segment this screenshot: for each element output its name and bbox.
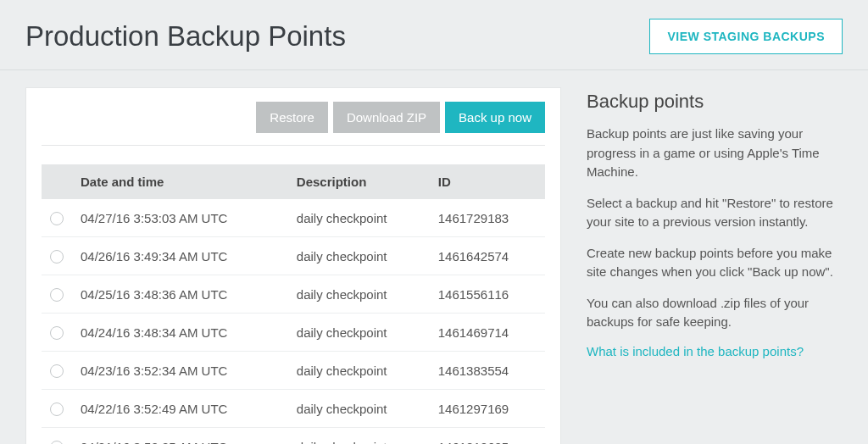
column-id: ID — [430, 164, 545, 199]
table-row[interactable]: 04/23/16 3:52:34 AM UTCdaily checkpoint1… — [42, 352, 545, 390]
view-staging-backups-button[interactable]: VIEW STAGING BACKUPS — [649, 19, 843, 54]
sidebar-text: Select a backup and hit "Restore" to res… — [587, 194, 843, 232]
content-area: Restore Download ZIP Back up now Date an… — [0, 70, 868, 444]
row-select-cell[interactable] — [42, 237, 72, 275]
backup-table: Date and time Description ID 04/27/16 3:… — [42, 164, 545, 444]
row-select-cell[interactable] — [42, 428, 72, 444]
column-description: Description — [288, 164, 430, 199]
sidebar-text: Create new backup points before you make… — [587, 244, 843, 282]
table-row[interactable]: 04/26/16 3:49:34 AM UTCdaily checkpoint1… — [42, 237, 545, 275]
backup-now-button[interactable]: Back up now — [445, 102, 545, 133]
radio-icon[interactable] — [50, 250, 64, 264]
sidebar-text: Backup points are just like saving your … — [587, 125, 843, 182]
table-row[interactable]: 04/22/16 3:52:49 AM UTCdaily checkpoint1… — [42, 390, 545, 428]
cell-id: 1461469714 — [430, 314, 545, 352]
cell-description: daily checkpoint — [288, 428, 430, 444]
cell-description: daily checkpoint — [288, 237, 430, 275]
radio-icon[interactable] — [50, 364, 64, 378]
cell-id: 1461210625 — [430, 428, 545, 444]
sidebar-text: You can also download .zip files of your… — [587, 294, 843, 332]
cell-description: daily checkpoint — [288, 352, 430, 390]
column-select — [42, 164, 72, 199]
sidebar-heading: Backup points — [587, 91, 843, 113]
radio-icon[interactable] — [50, 402, 64, 416]
cell-description: daily checkpoint — [288, 199, 430, 237]
download-zip-button[interactable]: Download ZIP — [333, 102, 440, 133]
table-row[interactable]: 04/21/16 3:50:25 AM UTCdaily checkpoint1… — [42, 428, 545, 444]
cell-datetime: 04/23/16 3:52:34 AM UTC — [72, 352, 288, 390]
row-select-cell[interactable] — [42, 199, 72, 237]
cell-datetime: 04/26/16 3:49:34 AM UTC — [72, 237, 288, 275]
backup-panel: Restore Download ZIP Back up now Date an… — [25, 87, 561, 444]
help-sidebar: Backup points Backup points are just lik… — [587, 87, 843, 444]
restore-button[interactable]: Restore — [256, 102, 328, 133]
row-select-cell[interactable] — [42, 390, 72, 428]
radio-icon[interactable] — [50, 441, 64, 444]
cell-id: 1461642574 — [430, 237, 545, 275]
whats-included-link[interactable]: What is included in the backup points? — [587, 344, 804, 358]
table-row[interactable]: 04/24/16 3:48:34 AM UTCdaily checkpoint1… — [42, 314, 545, 352]
radio-icon[interactable] — [50, 212, 64, 225]
table-row[interactable]: 04/27/16 3:53:03 AM UTCdaily checkpoint1… — [42, 199, 545, 237]
column-datetime: Date and time — [72, 164, 288, 199]
table-row[interactable]: 04/25/16 3:48:36 AM UTCdaily checkpoint1… — [42, 275, 545, 314]
table-header-row: Date and time Description ID — [42, 164, 545, 199]
page-title: Production Backup Points — [25, 20, 346, 53]
cell-datetime: 04/24/16 3:48:34 AM UTC — [72, 314, 288, 352]
cell-datetime: 04/25/16 3:48:36 AM UTC — [72, 275, 288, 314]
cell-datetime: 04/21/16 3:50:25 AM UTC — [72, 428, 288, 444]
cell-id: 1461297169 — [430, 390, 545, 428]
cell-datetime: 04/27/16 3:53:03 AM UTC — [72, 199, 288, 237]
cell-description: daily checkpoint — [288, 314, 430, 352]
cell-id: 1461556116 — [430, 275, 545, 314]
cell-datetime: 04/22/16 3:52:49 AM UTC — [72, 390, 288, 428]
row-select-cell[interactable] — [42, 314, 72, 352]
cell-description: daily checkpoint — [288, 390, 430, 428]
radio-icon[interactable] — [50, 326, 64, 340]
row-select-cell[interactable] — [42, 275, 72, 314]
row-select-cell[interactable] — [42, 352, 72, 390]
cell-description: daily checkpoint — [288, 275, 430, 314]
toolbar: Restore Download ZIP Back up now — [42, 102, 545, 146]
page-header: Production Backup Points VIEW STAGING BA… — [0, 0, 868, 70]
cell-id: 1461383554 — [430, 352, 545, 390]
radio-icon[interactable] — [50, 288, 64, 302]
cell-id: 1461729183 — [430, 199, 545, 237]
